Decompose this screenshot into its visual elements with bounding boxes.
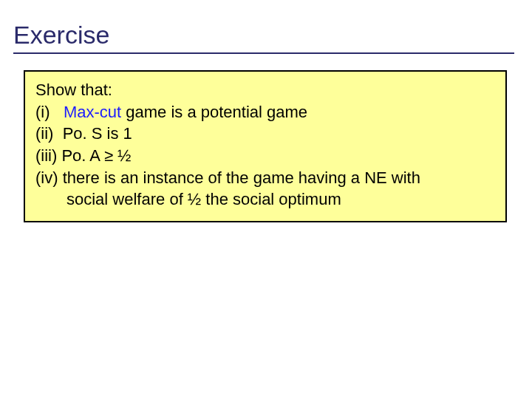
exercise-item-iii: (iii) Po. A ≥ ½ [35, 145, 495, 167]
item-i-term: Max-cut [64, 103, 121, 121]
exercise-item-ii: (ii) Po. S is 1 [35, 123, 495, 145]
exercise-item-i: (i) Max-cut game is a potential game [35, 101, 495, 123]
slide-title: Exercise [13, 21, 514, 54]
item-i-prefix: (i) [35, 103, 64, 121]
exercise-item-iv-cont: social welfare of ½ the social optimum [35, 188, 495, 211]
item-i-rest: game is a potential game [121, 103, 307, 121]
exercise-box: Show that: (i) Max-cut game is a potenti… [24, 70, 507, 222]
exercise-item-iv: (iv) there is an instance of the game ha… [35, 167, 495, 189]
exercise-intro: Show that: [35, 79, 495, 101]
